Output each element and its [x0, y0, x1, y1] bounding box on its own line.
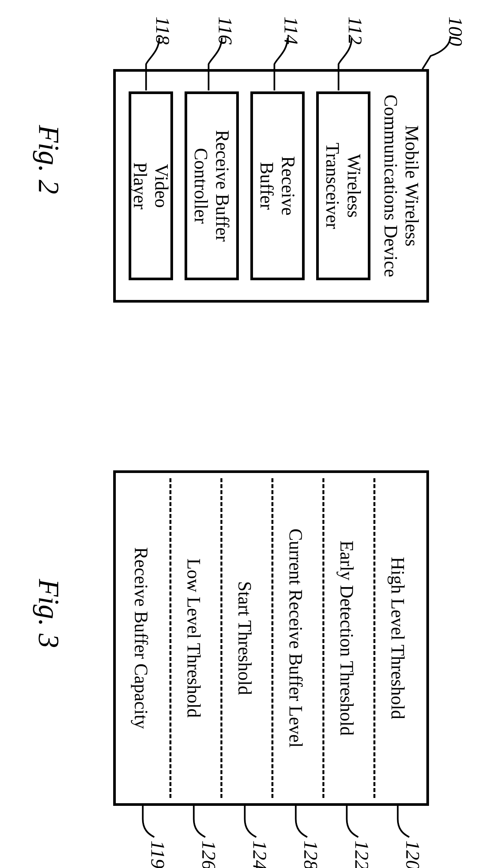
ref-128: 128 — [299, 840, 322, 868]
ref-116: 116 — [214, 17, 237, 45]
leader-112 — [335, 38, 355, 90]
dash-2 — [271, 478, 273, 798]
block-0-l1: Wireless — [344, 154, 364, 218]
ref-124: 124 — [248, 840, 271, 868]
leader-124 — [241, 806, 258, 845]
block-3-l1: Video — [151, 164, 172, 208]
leader-128 — [293, 806, 309, 845]
ref-119: 119 — [146, 840, 169, 868]
leader-119 — [140, 806, 156, 845]
row-capacity: Receive Buffer Capacity — [130, 473, 152, 803]
ref-114: 114 — [280, 17, 302, 45]
row-current-level: Current Receive Buffer Level — [285, 473, 306, 803]
fig2-title-line1: Mobile Wireless — [402, 125, 422, 246]
block-2-l1: Receive Buffer — [212, 130, 233, 241]
dash-1 — [322, 478, 324, 798]
ref-118: 118 — [151, 17, 174, 45]
leader-118 — [143, 38, 162, 90]
fig2-device-box: Mobile Wireless Communications Device Wi… — [113, 69, 429, 303]
block-1-l2: Buffer — [257, 162, 277, 210]
row-start-thresh: Start Threshold — [234, 473, 255, 803]
fig2-caption: Fig. 2 — [32, 125, 65, 194]
block-wireless-transceiver: WirelessTransceiver — [316, 91, 370, 280]
leader-122 — [343, 806, 360, 845]
fig2-title: Mobile Wireless Communications Device — [380, 72, 422, 300]
fig3-caption: Fig. 3 — [32, 579, 65, 648]
ref-126: 126 — [198, 840, 220, 868]
ref-120: 120 — [401, 840, 424, 868]
row-high-level: High Level Threshold — [387, 473, 408, 803]
fig3-buffer-box: High Level Threshold Early Detection Thr… — [113, 470, 429, 806]
block-video-player: VideoPlayer — [129, 91, 173, 280]
row-early-detect: Early Detection Threshold — [336, 473, 357, 803]
leader-116 — [205, 38, 225, 90]
ref-122: 122 — [350, 840, 373, 868]
leader-120 — [394, 806, 411, 845]
block-0-l2: Transceiver — [323, 143, 343, 229]
ref-100: 100 — [444, 17, 467, 46]
row-low-level: Low Level Threshold — [183, 473, 204, 803]
leader-126 — [190, 806, 207, 845]
block-3-l2: Player — [130, 162, 151, 209]
dash-3 — [220, 478, 222, 798]
block-2-l2: Controller — [191, 148, 212, 224]
block-receive-buffer: ReceiveBuffer — [250, 91, 305, 280]
leader-114 — [271, 38, 291, 90]
dash-4 — [170, 478, 172, 798]
dash-0 — [373, 478, 376, 798]
block-receive-buffer-controller: Receive BufferController — [185, 91, 239, 280]
block-1-l1: Receive — [278, 156, 298, 215]
ref-112: 112 — [344, 17, 366, 45]
fig2-title-line2: Communications Device — [381, 94, 401, 277]
